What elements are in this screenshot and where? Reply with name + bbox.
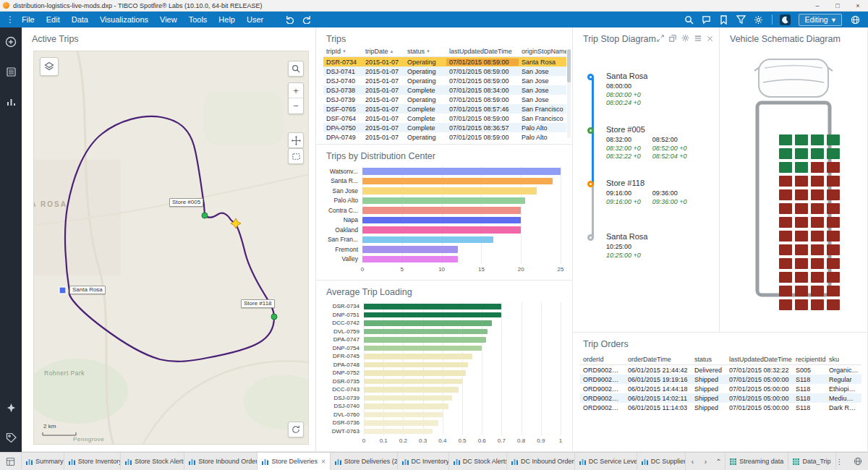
cargo-cell-remaining[interactable]: [811, 176, 824, 187]
cargo-cell-remaining[interactable]: [779, 258, 792, 269]
cargo-cell-remaining[interactable]: [811, 258, 824, 269]
cargo-cell-loaded[interactable]: [811, 148, 824, 159]
tab-overflow-icon[interactable]: ⋮: [836, 453, 848, 470]
chart-bar[interactable]: [364, 387, 459, 393]
cargo-cell-remaining[interactable]: [811, 162, 824, 173]
tab-dc-inbound-orders[interactable]: DC Inbound Orders: [507, 453, 575, 470]
table-row[interactable]: ORD900236706/01/2015 14:44:18Shipped07/0…: [580, 384, 861, 393]
tab-dc-stock-alerts[interactable]: DC Stock Alerts: [449, 453, 507, 470]
column-header-lastupdateddatetime[interactable]: lastUpdatedDateTime: [726, 356, 793, 363]
tab-list-expand-icon[interactable]: ⌃: [712, 458, 725, 466]
cargo-cell-remaining[interactable]: [827, 203, 840, 214]
table-row[interactable]: ORD900242206/01/2015 21:44:42Delivered07…: [580, 365, 861, 375]
map-layers-button[interactable]: [40, 57, 59, 76]
chart-bar[interactable]: [362, 187, 537, 195]
tab-store-deliveries-2[interactable]: Store Deliveries (2): [331, 453, 398, 470]
chart-bar[interactable]: [364, 396, 452, 401]
cargo-cell-remaining[interactable]: [811, 299, 824, 310]
column-header-lastupdateddatetime[interactable]: lastUpdatedDateTime: [446, 48, 519, 55]
chart-bar[interactable]: [364, 412, 443, 418]
search-icon[interactable]: [681, 13, 698, 26]
cargo-cell-loaded[interactable]: [795, 162, 808, 173]
chart-bar[interactable]: [364, 362, 468, 368]
bookmark-icon[interactable]: [715, 13, 733, 26]
menu-item-user[interactable]: User: [241, 13, 269, 26]
tab-scroll-left-icon[interactable]: ‹: [686, 458, 699, 466]
store-005-marker[interactable]: [202, 213, 208, 218]
stop-dot[interactable]: [587, 181, 594, 187]
close-panel-icon[interactable]: [707, 35, 713, 43]
cargo-cell-remaining[interactable]: [827, 217, 840, 228]
cargo-cell-remaining[interactable]: [811, 189, 824, 200]
editing-mode-dropdown[interactable]: Editing ▾: [799, 14, 842, 26]
chart-bar[interactable]: [364, 420, 438, 426]
globe-icon[interactable]: [846, 13, 864, 26]
theme-icon[interactable]: [777, 13, 794, 26]
map-rectangle-select-button[interactable]: [288, 148, 304, 164]
cargo-cell-remaining[interactable]: [827, 162, 840, 173]
chart-bar[interactable]: [364, 320, 492, 326]
table-row[interactable]: ORD900240106/01/2015 19:19:16Shipped07/0…: [580, 375, 861, 384]
active-trips-map[interactable]: TA ROSA Rohnert Park Penngrove Store #00…: [33, 51, 309, 445]
cargo-cell-remaining[interactable]: [827, 286, 840, 296]
vehicle-position-marker[interactable]: [231, 218, 241, 228]
chart-bar[interactable]: [362, 226, 521, 234]
table-row[interactable]: DPA-07492015-01-07Operating07/01/2015 08…: [323, 132, 566, 142]
cargo-cell-remaining[interactable]: [827, 176, 840, 187]
column-header-sku[interactable]: sku: [826, 356, 861, 363]
cargo-cell-remaining[interactable]: [795, 189, 808, 200]
cargo-cell-remaining[interactable]: [795, 286, 808, 296]
chart-bar[interactable]: [364, 304, 501, 309]
menu-item-help[interactable]: Help: [213, 13, 241, 26]
cargo-cell-loaded[interactable]: [779, 162, 792, 173]
settings-gear-icon[interactable]: [681, 34, 689, 43]
column-header-orderid[interactable]: orderId: [580, 356, 625, 363]
maximize-button[interactable]: □: [827, 0, 848, 12]
list-icon[interactable]: [694, 35, 702, 43]
table-row[interactable]: DSR-07342015-01-07Operating07/01/2015 08…: [323, 57, 566, 67]
tab-store-inventory[interactable]: Store Inventory: [64, 453, 122, 470]
cargo-cell-loaded[interactable]: [779, 148, 792, 159]
chart-bar[interactable]: [364, 346, 482, 351]
menu-item-file[interactable]: File: [16, 13, 41, 26]
cargo-cell-remaining[interactable]: [779, 286, 792, 296]
map-reset-view-button[interactable]: [288, 422, 304, 437]
cargo-cell-remaining[interactable]: [795, 176, 808, 187]
cargo-cell-remaining[interactable]: [779, 244, 792, 255]
chart-bar[interactable]: [364, 429, 433, 435]
cargo-cell-remaining[interactable]: [795, 272, 808, 283]
tab-dc-service-level[interactable]: DC Service Level: [575, 453, 637, 470]
table-row[interactable]: DSJ-07402015-01-07Operating07/01/2015 08…: [323, 76, 566, 85]
chart-bar[interactable]: [364, 312, 501, 318]
stop-dot[interactable]: [587, 127, 594, 134]
cargo-cell-remaining[interactable]: [795, 299, 808, 310]
cargo-cell-remaining[interactable]: [795, 217, 808, 228]
cargo-cell-loaded[interactable]: [827, 148, 840, 159]
cargo-cell-remaining[interactable]: [795, 203, 808, 214]
table-row[interactable]: DPA-07502015-01-07Complete07/01/2015 08:…: [323, 123, 566, 132]
expand-icon[interactable]: [657, 35, 664, 43]
cargo-cell-remaining[interactable]: [827, 244, 840, 255]
trips-table-scrollbar[interactable]: [567, 49, 571, 138]
cargo-cell-loaded[interactable]: [795, 148, 808, 159]
close-tab-icon[interactable]: ×: [321, 458, 326, 466]
tab-summary[interactable]: Summary: [22, 453, 64, 470]
table-row[interactable]: DSF-07652015-01-07Complete07/01/2015 08:…: [323, 104, 566, 114]
menu-item-view[interactable]: View: [154, 13, 183, 26]
cargo-cell-remaining[interactable]: [795, 244, 808, 255]
stop-dot[interactable]: [587, 234, 594, 241]
table-row[interactable]: DSJ-07392015-01-07Operating07/01/2015 08…: [323, 95, 566, 104]
cargo-cell-remaining[interactable]: [779, 176, 792, 187]
cargo-cell-remaining[interactable]: [779, 189, 792, 200]
add-visualization-icon[interactable]: [5, 36, 17, 49]
chart-bar[interactable]: [364, 370, 466, 376]
cargo-cell-remaining[interactable]: [779, 231, 792, 242]
stop-dot[interactable]: [587, 74, 594, 80]
tab-store-deliveries[interactable]: Store Deliveries×: [258, 452, 330, 470]
depot-marker-santa-rosa[interactable]: [59, 287, 66, 294]
filter-icon[interactable]: [733, 13, 750, 26]
cargo-cell-remaining[interactable]: [795, 231, 808, 242]
table-row[interactable]: ORD900232706/01/2015 11:14:03Shipped07/0…: [580, 403, 861, 412]
column-header-status[interactable]: status: [692, 356, 726, 363]
cargo-cell-remaining[interactable]: [827, 231, 840, 242]
